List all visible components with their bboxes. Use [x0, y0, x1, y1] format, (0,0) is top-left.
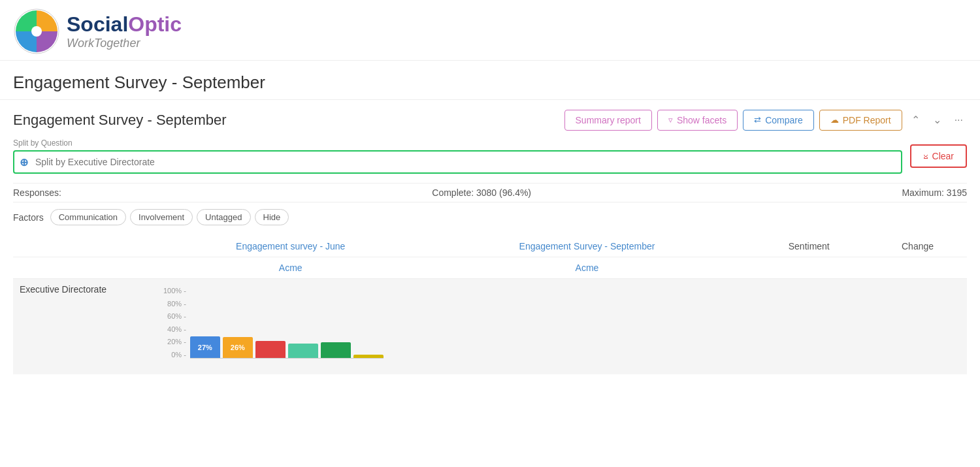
y-axis-labels: 100% - 80% - 60% - 40% - 20% - 0% - [163, 287, 190, 359]
y-label-40: 40% - [163, 325, 186, 333]
factors-row: Factors Communication Involvement Untagg… [13, 209, 967, 225]
col-sub-sentiment [749, 257, 868, 279]
factor-tag-hide[interactable]: Hide [255, 209, 289, 225]
compare-label: Compare [765, 115, 803, 125]
table-row: Executive Directorate 100% - 80% - 60% -… [13, 279, 967, 375]
data-table: Engagement survey - June Engagement Surv… [13, 236, 967, 374]
col-sub-empty [13, 257, 157, 279]
y-label-100: 100% - [163, 287, 186, 295]
chart-bar-4 [288, 287, 318, 358]
factor-tag-involvement[interactable]: Involvement [130, 209, 193, 225]
col-sub-september-acme: Acme [425, 257, 750, 279]
col-sub-june-acme: Acme [157, 257, 425, 279]
chart-bars: 27% 26% [190, 287, 384, 359]
compare-icon: ⇄ [754, 115, 761, 125]
logo-title: SocialOptic [67, 12, 182, 37]
chart-bar-1: 27% [190, 287, 220, 358]
header: SocialOptic WorkTogether [0, 0, 980, 61]
factor-tag-communication[interactable]: Communication [50, 209, 126, 225]
split-input[interactable] [13, 150, 902, 174]
table-header-group: Engagement survey - June Engagement Surv… [13, 236, 967, 257]
responses-label: Responses: [13, 187, 61, 198]
chart-bar-6 [353, 287, 384, 358]
complete-text: Complete: 3080 (96.4%) [432, 187, 531, 198]
summary-report-button[interactable]: Summary report [564, 110, 652, 131]
show-facets-label: Show facets [677, 115, 727, 125]
bar-rect-3 [255, 341, 286, 358]
factor-tag-untagged[interactable]: Untagged [197, 209, 250, 225]
chart-bar-5 [321, 287, 351, 358]
bar-rect-4 [288, 344, 318, 358]
survey-header: Engagement Survey - September Summary re… [13, 109, 967, 131]
svg-point-1 [31, 26, 42, 37]
bar-label-2: 26% [231, 344, 245, 351]
split-label: Split by Question [13, 138, 902, 148]
chart-bar-2: 26% [223, 287, 253, 358]
col-header-empty [13, 236, 157, 257]
row-chart-cell: 100% - 80% - 60% - 40% - 20% - 0% - [157, 279, 967, 375]
bar-rect-6 [353, 355, 384, 358]
logo-icon [13, 8, 60, 55]
clear-icon: ⨲ [923, 150, 928, 162]
col-header-sentiment: Sentiment [749, 236, 868, 257]
sort-up-button[interactable]: ⌃ [907, 109, 924, 131]
main-content: Engagement Survey - September Summary re… [0, 100, 980, 383]
page-title: Engagement Survey - September [0, 61, 980, 100]
toolbar-buttons: Summary report ▿ Show facets ⇄ Compare ☁… [564, 109, 967, 131]
y-label-60: 60% - [163, 312, 186, 320]
survey-title: Engagement Survey - September [13, 112, 227, 129]
summary-report-label: Summary report [576, 115, 641, 125]
pdf-report-label: PDF Report [843, 115, 891, 125]
row-label-executive: Executive Directorate [13, 279, 157, 375]
split-icon: ⊕ [20, 156, 28, 169]
table-header-sub: Acme Acme [13, 257, 967, 279]
chart-bar-3 [255, 287, 286, 358]
col-header-september-group: Engagement Survey - September [425, 236, 750, 257]
clear-label: Clear [932, 151, 954, 161]
logo-text: SocialOptic WorkTogether [67, 12, 182, 50]
logo: SocialOptic WorkTogether [13, 8, 182, 55]
filter-icon: ▿ [668, 115, 673, 125]
col-header-change: Change [868, 236, 967, 257]
data-table-wrapper: Engagement survey - June Engagement Surv… [13, 236, 967, 374]
pdf-icon: ☁ [830, 115, 839, 125]
stats-row: Responses: Complete: 3080 (96.4%) Maximu… [13, 183, 967, 202]
clear-button[interactable]: ⨲ Clear [910, 144, 967, 168]
maximum-text: Maximum: 3195 [902, 187, 967, 198]
compare-button[interactable]: ⇄ Compare [743, 110, 814, 131]
factors-label: Factors [13, 212, 44, 223]
y-label-0: 0% - [163, 351, 186, 359]
col-header-june-group: Engagement survey - June [157, 236, 425, 257]
pdf-report-button[interactable]: ☁ PDF Report [819, 110, 902, 131]
bar-label-1: 27% [198, 344, 212, 351]
sort-down-button[interactable]: ⌄ [929, 109, 945, 131]
more-options-button[interactable]: ··· [951, 110, 967, 131]
y-label-80: 80% - [163, 300, 186, 308]
split-input-wrapper: Split by Question ⊕ [13, 138, 902, 174]
bar-rect-2: 26% [223, 337, 253, 358]
bar-rect-5 [321, 342, 351, 358]
y-label-20: 20% - [163, 338, 186, 346]
bar-rect-1: 27% [190, 336, 220, 358]
col-sub-change [868, 257, 967, 279]
logo-subtitle: WorkTogether [67, 37, 182, 50]
show-facets-button[interactable]: ▿ Show facets [657, 110, 738, 131]
